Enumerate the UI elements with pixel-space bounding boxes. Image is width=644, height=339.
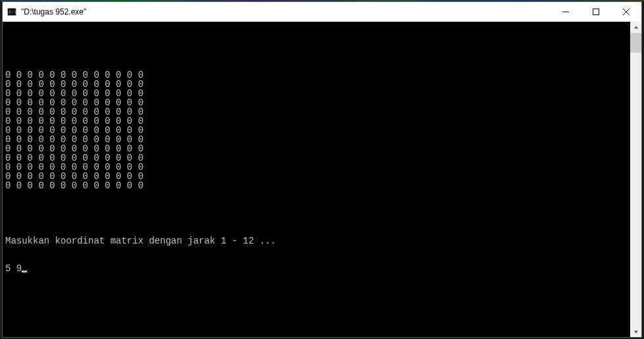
matrix-row: 0 0 0 0 0 0 0 0 0 0 0 0 0 — [5, 163, 628, 172]
matrix-row: 0 0 0 0 0 0 0 0 0 0 0 0 0 — [5, 107, 628, 117]
matrix-row: 0 0 0 0 0 0 0 0 0 0 0 0 0 — [5, 117, 628, 126]
matrix-row: 0 0 0 0 0 0 0 0 0 0 0 0 0 — [5, 89, 628, 98]
minimize-button[interactable] — [551, 2, 581, 22]
matrix-row: 0 0 0 0 0 0 0 0 0 0 0 0 0 — [5, 70, 628, 80]
scroll-thumb[interactable] — [630, 33, 641, 53]
matrix-row: 0 0 0 0 0 0 0 0 0 0 0 0 0 — [5, 181, 628, 190]
console-app-icon: C:\ — [7, 7, 17, 17]
matrix-row: 0 0 0 0 0 0 0 0 0 0 0 0 0 — [5, 153, 628, 163]
close-button[interactable] — [611, 2, 641, 22]
titlebar-controls — [551, 2, 641, 22]
matrix-output: 0 0 0 0 0 0 0 0 0 0 0 0 00 0 0 0 0 0 0 0… — [5, 70, 628, 190]
matrix-row: 0 0 0 0 0 0 0 0 0 0 0 0 0 — [5, 172, 628, 181]
blank-line — [5, 43, 628, 52]
titlebar-left: C:\ "D:\tugas 952.exe" — [3, 7, 86, 17]
window-title: "D:\tugas 952.exe" — [21, 7, 86, 16]
svg-rect-4 — [593, 9, 599, 15]
user-input: 5 9 — [5, 264, 22, 273]
maximize-button[interactable] — [581, 2, 611, 22]
content-area: 0 0 0 0 0 0 0 0 0 0 0 0 00 0 0 0 0 0 0 0… — [3, 22, 641, 337]
scroll-up-button[interactable] — [630, 22, 641, 33]
matrix-row: 0 0 0 0 0 0 0 0 0 0 0 0 0 — [5, 135, 628, 144]
matrix-row: 0 0 0 0 0 0 0 0 0 0 0 0 0 — [5, 80, 628, 89]
blank-line — [5, 209, 628, 218]
matrix-row: 0 0 0 0 0 0 0 0 0 0 0 0 0 — [5, 98, 628, 107]
titlebar[interactable]: C:\ "D:\tugas 952.exe" — [3, 2, 641, 22]
text-cursor — [22, 271, 27, 273]
vertical-scrollbar[interactable] — [630, 22, 641, 337]
matrix-row: 0 0 0 0 0 0 0 0 0 0 0 0 0 — [5, 126, 628, 135]
matrix-row: 0 0 0 0 0 0 0 0 0 0 0 0 0 — [5, 144, 628, 153]
scroll-down-button[interactable] — [630, 326, 641, 337]
prompt-text: Masukkan koordinat matrix dengan jarak 1… — [5, 236, 628, 246]
scroll-track[interactable] — [630, 33, 641, 326]
console-window: C:\ "D:\tugas 952.exe" 0 0 0 0 0 0 0 0 0… — [2, 1, 642, 338]
console-output[interactable]: 0 0 0 0 0 0 0 0 0 0 0 0 00 0 0 0 0 0 0 0… — [3, 22, 630, 337]
svg-text:C:\: C:\ — [9, 9, 16, 14]
input-line[interactable]: 5 9 — [5, 264, 628, 273]
